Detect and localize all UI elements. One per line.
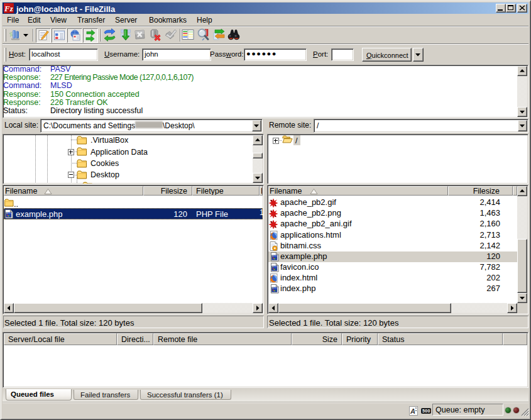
svg-text:Fz: Fz bbox=[4, 4, 14, 13]
